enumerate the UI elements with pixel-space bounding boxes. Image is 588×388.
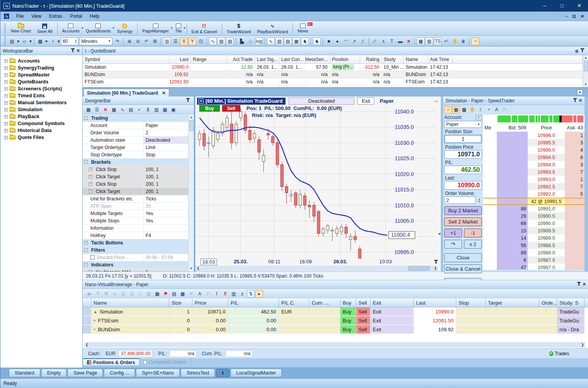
expand-icon[interactable]: + <box>4 59 8 63</box>
page-tab-t[interactable]: t <box>216 369 229 377</box>
position-row-simulation[interactable]: ▲Simulation110971.0462.50EURBuySellExit1… <box>83 307 588 316</box>
speedtrader-tool-3[interactable]: ✋ <box>469 106 476 114</box>
ladder-row-10990-5[interactable]: 2910990.5 <box>483 212 585 220</box>
sell-market-button[interactable]: Sell 2 Market <box>444 217 482 226</box>
ladder-price-cell[interactable]: 10987.0 <box>528 264 565 270</box>
close-cancel-button[interactable]: Close & Cancel <box>444 264 482 273</box>
property-click-stop[interactable]: +Click Stop200, 1 <box>83 181 190 188</box>
toolbar-synergy-button[interactable]: Synergy <box>114 23 136 34</box>
ladder-price-cell[interactable]: 10989.0 <box>528 234 565 242</box>
expand-icon[interactable]: − <box>84 263 88 266</box>
ladder-bid-cell[interactable] <box>497 132 528 139</box>
ladder-me-cell[interactable] <box>483 154 497 161</box>
orders-tool-19[interactable]: ⇅ <box>247 290 255 298</box>
expand-icon[interactable]: + <box>89 168 92 171</box>
scroll-down-icon[interactable]: ▼ <box>190 266 193 271</box>
orders-tool-12[interactable]: ✕ <box>187 290 195 298</box>
tool-icon-2[interactable]: ▱ <box>20 37 28 45</box>
ladder-row-10988-5[interactable]: 5610988.5 <box>483 242 585 249</box>
tool-icon-36[interactable]: ♞ <box>301 37 309 45</box>
tool-icon-8[interactable]: ▾ <box>57 37 60 45</box>
ladder-row-10994-5[interactable]: 10994.58 <box>483 154 585 161</box>
pin-icon[interactable] <box>187 99 189 102</box>
ladder-bid-cell[interactable] <box>497 146 528 154</box>
designer-tool-9[interactable]: ▦ <box>161 106 169 114</box>
sell-cell-button[interactable]: Sell <box>356 325 370 334</box>
column-header-price[interactable]: Price <box>192 298 228 307</box>
ladder-bid-cell[interactable]: 14 <box>497 234 528 242</box>
ladder-me-cell[interactable] <box>483 256 497 264</box>
ladder-ask-cell[interactable]: 5 <box>565 190 585 198</box>
tool-icon-32[interactable]: ∿ <box>267 37 275 45</box>
toolbar-tradewizard-button[interactable]: $TradeWizard <box>224 23 254 34</box>
ladder-price-cell[interactable]: 10987.5 <box>528 256 565 264</box>
ladder-row-10994-0[interactable]: 10994.03 <box>483 161 585 168</box>
dropdown-icon[interactable]: ▾ <box>184 26 185 30</box>
orders-tool-11[interactable]: ▩ <box>179 290 187 298</box>
tree-item-manual-sentimentors[interactable]: +Manual Sentimentors <box>0 99 82 106</box>
scroll-down-icon[interactable]: ▼ <box>584 82 587 87</box>
speedtrader-tool-5[interactable]: ◔ <box>485 106 492 114</box>
ladder-ask-cell[interactable] <box>565 227 585 234</box>
tool-icon-30[interactable]: log <box>255 37 263 45</box>
ladder-bid-cell[interactable] <box>497 161 528 168</box>
ladder-me-cell[interactable] <box>483 183 497 190</box>
ladder-ask-cell[interactable]: 1 <box>565 132 585 139</box>
ladder-row-10987-5[interactable]: 610987.5 <box>483 256 585 264</box>
ladder-ask-cell[interactable] <box>565 264 585 270</box>
tree-item-synergytrading[interactable]: +SynergyTrading <box>0 64 82 71</box>
menu-file[interactable]: File <box>12 12 27 20</box>
property-click-target[interactable]: +Click Target200, 1 <box>83 188 190 195</box>
tab-simulation-tradeguard[interactable]: Simulation [60 Min.] TradeGuard ✕ <box>83 89 169 97</box>
section-trading[interactable]: −Trading <box>83 115 190 122</box>
designer-tool-6[interactable]: ✓ <box>136 106 143 114</box>
close-position-button[interactable]: Close <box>444 253 482 262</box>
property-value[interactable]: 200, 1 <box>143 181 190 188</box>
designer-vscrollbar[interactable]: ▲ ▼ <box>188 115 194 271</box>
ladder-row-10993-5[interactable]: 10993.57 <box>483 168 585 176</box>
tool-icon-43[interactable]: ↗ <box>350 37 358 45</box>
orders-tool-7[interactable]: ▥ <box>145 290 153 298</box>
tree-item-accounts[interactable]: +Accounts <box>0 58 82 64</box>
column-header-size[interactable]: Size <box>169 298 192 307</box>
expand-icon[interactable]: + <box>89 182 92 186</box>
ladder-ask-cell[interactable] <box>565 220 585 227</box>
section-filters[interactable]: −Filters <box>83 247 190 254</box>
close-icon[interactable]: ✕ <box>579 98 582 103</box>
speedtrader-tool-4[interactable]: ⬇ <box>477 106 484 114</box>
tool-icon-34[interactable]: ▧ <box>284 37 292 45</box>
property-value[interactable]: Paper <box>143 122 190 129</box>
expand-icon[interactable]: + <box>84 241 88 244</box>
candlestick-chart[interactable]: 11040.011035.011030.011025.011020.011015… <box>195 103 441 259</box>
designer-tool-7[interactable]: $ <box>144 106 152 114</box>
toolbar-tile-button[interactable]: ▾Tile <box>172 23 185 34</box>
speedtrader-tool-2[interactable]: ▩ <box>461 106 468 114</box>
designer-tool-8[interactable]: ▥ <box>153 106 160 114</box>
ladder-row-42-10991-5[interactable]: 42 @ 10991.5 <box>483 198 585 205</box>
column-header-metasen[interactable]: MetaSen... <box>305 55 330 63</box>
ladder-ask-cell[interactable]: 7 <box>565 168 585 176</box>
tool-icon-53[interactable]: ▨ <box>425 37 433 45</box>
ladder-ask-cell[interactable] <box>565 242 585 249</box>
orders-tool-18[interactable]: ± <box>238 290 246 298</box>
ladder-ask-cell[interactable] <box>565 212 585 220</box>
account-select[interactable]: Paper ▼ <box>444 121 482 128</box>
ladder-me-cell[interactable] <box>483 234 497 242</box>
chart-hscrollbar[interactable]: ❮ ❯ <box>195 266 438 271</box>
tab-close-icon[interactable]: ✕ <box>162 90 166 96</box>
ladder-bid-cell[interactable] <box>497 154 528 161</box>
ladder-bid-cell[interactable] <box>497 190 528 198</box>
ladder-ask-cell[interactable] <box>565 256 585 264</box>
orders-tool-0[interactable]: ▱ <box>85 290 93 298</box>
orders-tool-14[interactable]: I* <box>204 290 212 298</box>
exit-cell-button[interactable]: Exit <box>370 325 414 334</box>
pin-icon[interactable] <box>72 49 73 52</box>
ladder-bid-cell[interactable]: 69 <box>497 220 528 227</box>
column-header-p-l[interactable]: P/L <box>228 298 279 307</box>
orders-tool-5[interactable]: ☲ <box>128 290 136 298</box>
designer-tool-0[interactable]: ▦ <box>85 106 92 114</box>
expand-icon[interactable]: + <box>89 175 92 178</box>
tool-icon-40[interactable]: ■ <box>325 37 333 45</box>
property-value[interactable]: 00:00 - 07:59 <box>143 254 190 261</box>
ladder-row-10989-0[interactable]: 1410989.0 <box>483 234 585 242</box>
